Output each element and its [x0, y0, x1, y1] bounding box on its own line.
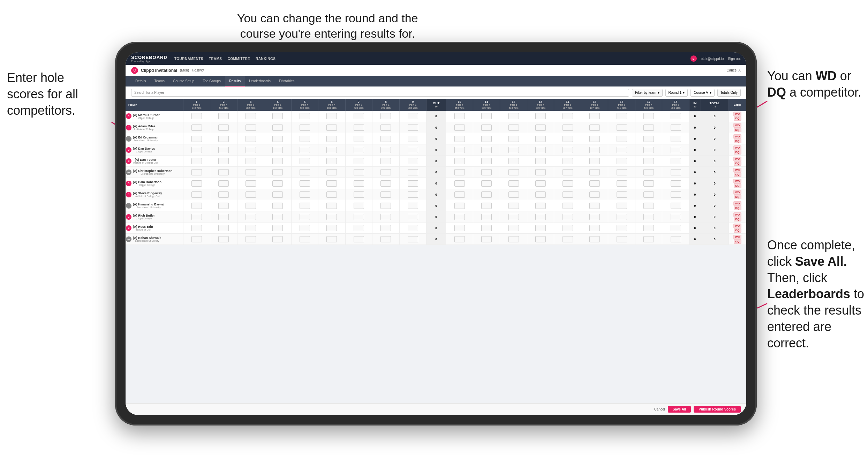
wd-button[interactable]: WD [733, 145, 741, 150]
hole-1-input-row-5[interactable] [183, 167, 210, 178]
hole-6-input-row-8[interactable] [318, 200, 346, 211]
hole-13-input-row-9[interactable] [527, 211, 554, 223]
hole-8-input-row-8[interactable] [372, 200, 400, 211]
hole-3-input-row-0[interactable] [237, 111, 264, 122]
hole-8-input-row-10[interactable] [372, 223, 400, 234]
hole-8-input-row-4[interactable] [372, 156, 400, 167]
hole-15-input-row-6[interactable] [581, 178, 608, 189]
hole-14-input-row-8[interactable] [554, 200, 581, 211]
hole-2-input-row-3[interactable] [210, 144, 237, 156]
hole-12-input-row-4[interactable] [500, 156, 527, 167]
tab-details[interactable]: Details [131, 76, 150, 86]
hole-9-input-row-4[interactable] [399, 156, 427, 167]
hole-4-input-row-8[interactable] [264, 200, 292, 211]
hole-18-input-row-5[interactable] [662, 167, 689, 178]
hole-12-input-row-0[interactable] [500, 111, 527, 122]
wd-button[interactable]: WD [733, 179, 741, 183]
wd-button[interactable]: WD [733, 123, 741, 128]
hole-18-input-row-6[interactable] [662, 178, 689, 189]
hole-14-input-row-11[interactable] [554, 234, 581, 245]
hole-14-input-row-5[interactable] [554, 167, 581, 178]
dq-button[interactable]: DQ [734, 150, 741, 155]
hole-14-input-row-10[interactable] [554, 223, 581, 234]
hole-15-input-row-5[interactable] [581, 167, 608, 178]
hole-2-input-row-5[interactable] [210, 167, 237, 178]
hole-14-input-row-9[interactable] [554, 211, 581, 223]
hole-4-input-row-5[interactable] [264, 167, 292, 178]
hole-16-input-row-3[interactable] [608, 144, 635, 156]
hole-7-input-row-1[interactable] [345, 122, 372, 133]
hole-7-input-row-6[interactable] [345, 178, 372, 189]
hole-11-input-row-10[interactable] [473, 223, 500, 234]
hole-18-input-row-10[interactable] [662, 223, 689, 234]
hole-7-input-row-3[interactable] [345, 144, 372, 156]
hole-11-input-row-4[interactable] [473, 156, 500, 167]
hole-17-input-row-3[interactable] [635, 144, 662, 156]
hole-16-input-row-0[interactable] [608, 111, 635, 122]
hole-3-input-row-10[interactable] [237, 223, 264, 234]
hole-17-input-row-10[interactable] [635, 223, 662, 234]
hole-1-input-row-0[interactable] [183, 111, 210, 122]
hole-13-input-row-2[interactable] [527, 133, 554, 144]
hole-16-input-row-4[interactable] [608, 156, 635, 167]
hole-11-input-row-2[interactable] [473, 133, 500, 144]
save-all-button[interactable]: Save All [668, 406, 691, 413]
hole-4-input-row-9[interactable] [264, 211, 292, 223]
hole-11-input-row-0[interactable] [473, 111, 500, 122]
hole-6-input-row-0[interactable] [318, 111, 346, 122]
hole-8-input-row-6[interactable] [372, 178, 400, 189]
totals-only-button[interactable]: Totals Only [717, 89, 741, 97]
hole-9-input-row-7[interactable] [399, 189, 427, 200]
hole-16-input-row-9[interactable] [608, 211, 635, 223]
hole-14-input-row-7[interactable] [554, 189, 581, 200]
hole-5-input-row-1[interactable] [291, 122, 318, 133]
hole-15-input-row-1[interactable] [581, 122, 608, 133]
hole-11-input-row-7[interactable] [473, 189, 500, 200]
dq-button[interactable]: DQ [734, 239, 741, 244]
hole-3-input-row-7[interactable] [237, 189, 264, 200]
hole-4-input-row-6[interactable] [264, 178, 292, 189]
course-select[interactable]: Course A ▾ [690, 89, 714, 97]
hole-8-input-row-7[interactable] [372, 189, 400, 200]
hole-5-input-row-2[interactable] [291, 133, 318, 144]
hole-6-input-row-10[interactable] [318, 223, 346, 234]
hole-12-input-row-9[interactable] [500, 211, 527, 223]
hole-15-input-row-8[interactable] [581, 200, 608, 211]
hole-18-input-row-1[interactable] [662, 122, 689, 133]
hole-10-input-row-6[interactable] [446, 178, 473, 189]
hole-9-input-row-1[interactable] [399, 122, 427, 133]
nav-committee[interactable]: COMMITTEE [228, 57, 250, 61]
dq-button[interactable]: DQ [734, 183, 741, 188]
hole-15-input-row-3[interactable] [581, 144, 608, 156]
hole-5-input-row-7[interactable] [291, 189, 318, 200]
hole-17-input-row-0[interactable] [635, 111, 662, 122]
hole-14-input-row-0[interactable] [554, 111, 581, 122]
hole-10-input-row-9[interactable] [446, 211, 473, 223]
dq-button[interactable]: DQ [734, 172, 741, 177]
hole-6-input-row-7[interactable] [318, 189, 346, 200]
hole-13-input-row-5[interactable] [527, 167, 554, 178]
dq-button[interactable]: DQ [734, 217, 741, 221]
hole-5-input-row-5[interactable] [291, 167, 318, 178]
tab-course-setup[interactable]: Course Setup [169, 76, 198, 86]
hole-9-input-row-9[interactable] [399, 211, 427, 223]
hole-8-input-row-0[interactable] [372, 111, 400, 122]
dq-button[interactable]: DQ [734, 206, 741, 210]
hole-8-input-row-2[interactable] [372, 133, 400, 144]
hole-6-input-row-6[interactable] [318, 178, 346, 189]
hole-5-input-row-9[interactable] [291, 211, 318, 223]
hole-14-input-row-1[interactable] [554, 122, 581, 133]
hole-13-input-row-1[interactable] [527, 122, 554, 133]
hole-11-input-row-11[interactable] [473, 234, 500, 245]
hole-7-input-row-8[interactable] [345, 200, 372, 211]
dq-button[interactable]: DQ [734, 161, 741, 166]
hole-13-input-row-3[interactable] [527, 144, 554, 156]
dq-button[interactable]: DQ [734, 116, 741, 121]
hole-16-input-row-6[interactable] [608, 178, 635, 189]
hole-2-input-row-0[interactable] [210, 111, 237, 122]
hole-17-input-row-6[interactable] [635, 178, 662, 189]
search-input[interactable] [131, 89, 629, 97]
hole-10-input-row-5[interactable] [446, 167, 473, 178]
hole-1-input-row-7[interactable] [183, 189, 210, 200]
hole-2-input-row-1[interactable] [210, 122, 237, 133]
